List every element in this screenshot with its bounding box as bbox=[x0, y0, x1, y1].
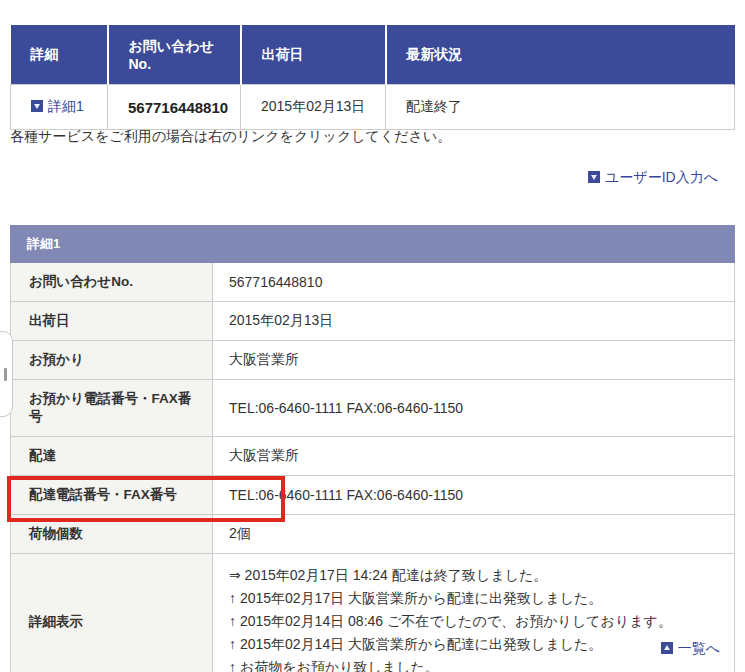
table-row: お預かり 大阪営業所 bbox=[11, 341, 735, 380]
summary-header-inquiry-no: お問い合わせNo. bbox=[108, 26, 241, 85]
row-value-delivery-office: 大阪営業所 bbox=[213, 437, 735, 476]
row-label-pickup-tel-fax: お預かり電話番号・FAX番号 bbox=[11, 380, 213, 437]
detail-table: 詳細1 お問い合わせNo. 567716448810 出荷日 2015年02月1… bbox=[10, 225, 735, 672]
row-value-pickup-office: 大阪営業所 bbox=[213, 341, 735, 380]
summary-row: 詳細1 567716448810 2015年02月13日 配達終了 bbox=[11, 85, 735, 130]
row-value-delivery-tel-fax: TEL:06-6460-1111 FAX:06-6460-1150 bbox=[213, 476, 735, 515]
table-row: 配達 大阪営業所 bbox=[11, 437, 735, 476]
user-id-input-link-label: ユーザーID入力へ bbox=[605, 169, 718, 185]
summary-header-row: 詳細 お問い合わせNo. 出荷日 最新状況 bbox=[11, 26, 735, 85]
summary-cell-status: 配達終了 bbox=[386, 85, 735, 130]
row-label-pickup-office: お預かり bbox=[11, 341, 213, 380]
tracking-page: 詳細 お問い合わせNo. 出荷日 最新状況 詳細1 567716448810 2… bbox=[0, 0, 745, 672]
table-row: 配達電話番号・FAX番号 TEL:06-6460-1111 FAX:06-646… bbox=[11, 476, 735, 515]
row-label-delivery-office: 配達 bbox=[11, 437, 213, 476]
back-to-list-link[interactable]: 一覧へ bbox=[661, 640, 720, 656]
triangle-up-icon bbox=[661, 642, 673, 654]
row-value-pickup-tel-fax: TEL:06-6460-1111 FAX:06-6460-1150 bbox=[213, 380, 735, 437]
row-label-history: 詳細表示 bbox=[11, 554, 213, 672]
row-label-inquiry-no: お問い合わせNo. bbox=[11, 263, 213, 302]
detail-section: 詳細1 お問い合わせNo. 567716448810 出荷日 2015年02月1… bbox=[10, 225, 735, 672]
table-row-history: 詳細表示 ⇒ 2015年02月17日 14:24 配達は終了致しました。 ↑ 2… bbox=[11, 554, 735, 672]
side-panel-handle[interactable] bbox=[0, 331, 13, 417]
row-label-ship-date: 出荷日 bbox=[11, 302, 213, 341]
table-row: お預かり電話番号・FAX番号 TEL:06-6460-1111 FAX:06-6… bbox=[11, 380, 735, 437]
summary-header-detail: 詳細 bbox=[11, 26, 108, 85]
history-line: ⇒ 2015年02月17日 14:24 配達は終了致しました。 bbox=[229, 564, 726, 587]
detail1-link-label: 詳細1 bbox=[48, 98, 84, 114]
summary-cell-inquiry-no: 567716448810 bbox=[108, 85, 241, 130]
row-value-package-count: 2個 bbox=[213, 515, 735, 554]
summary-cell-detail: 詳細1 bbox=[11, 85, 108, 130]
summary-header-ship-date: 出荷日 bbox=[241, 26, 386, 85]
summary-header-status: 最新状況 bbox=[386, 26, 735, 85]
grip-icon bbox=[4, 368, 7, 381]
row-value-ship-date: 2015年02月13日 bbox=[213, 302, 735, 341]
summary-cell-ship-date: 2015年02月13日 bbox=[241, 85, 386, 130]
table-row-package-count: 荷物個数 2個 bbox=[11, 515, 735, 554]
row-label-package-count: 荷物個数 bbox=[11, 515, 213, 554]
history-line: ↑ 2015年02月14日 大阪営業所から配達に出発致しました。 bbox=[229, 633, 726, 656]
detail1-link[interactable]: 詳細1 bbox=[31, 98, 84, 114]
history-line: ↑ 2015年02月14日 08:46 ご不在でしたので、お預かりしております。 bbox=[229, 610, 726, 633]
table-row: 出荷日 2015年02月13日 bbox=[11, 302, 735, 341]
triangle-down-icon bbox=[588, 171, 600, 183]
detail-table-title: 詳細1 bbox=[11, 226, 735, 263]
row-value-history: ⇒ 2015年02月17日 14:24 配達は終了致しました。 ↑ 2015年0… bbox=[213, 554, 735, 672]
table-row: お問い合わせNo. 567716448810 bbox=[11, 263, 735, 302]
row-label-delivery-tel-fax: 配達電話番号・FAX番号 bbox=[11, 476, 213, 515]
user-id-input-link[interactable]: ユーザーID入力へ bbox=[588, 169, 718, 185]
triangle-down-icon bbox=[31, 100, 43, 112]
row-value-inquiry-no: 567716448810 bbox=[213, 263, 735, 302]
summary-table: 詳細 お問い合わせNo. 出荷日 最新状況 詳細1 567716448810 2… bbox=[10, 25, 735, 130]
service-notice-text: 各種サービスをご利用の場合は右のリンクをクリックしてください。 bbox=[10, 128, 451, 146]
back-to-list-link-label: 一覧へ bbox=[678, 640, 720, 656]
history-line: ↑ 2015年02月17日 大阪営業所から配達に出発致しました。 bbox=[229, 587, 726, 610]
history-line: ↑ お荷物をお預かり致しました。 bbox=[229, 656, 726, 672]
